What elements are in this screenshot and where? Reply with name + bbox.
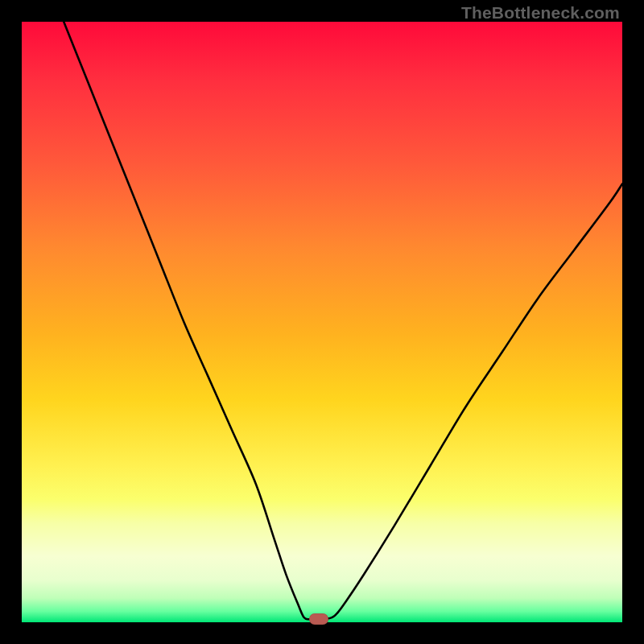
watermark-text: TheBottleneck.com — [461, 3, 620, 23]
bottleneck-curve — [22, 22, 622, 622]
plot-area — [22, 22, 622, 622]
outer-frame: TheBottleneck.com — [0, 0, 644, 644]
optimal-marker — [309, 613, 328, 625]
